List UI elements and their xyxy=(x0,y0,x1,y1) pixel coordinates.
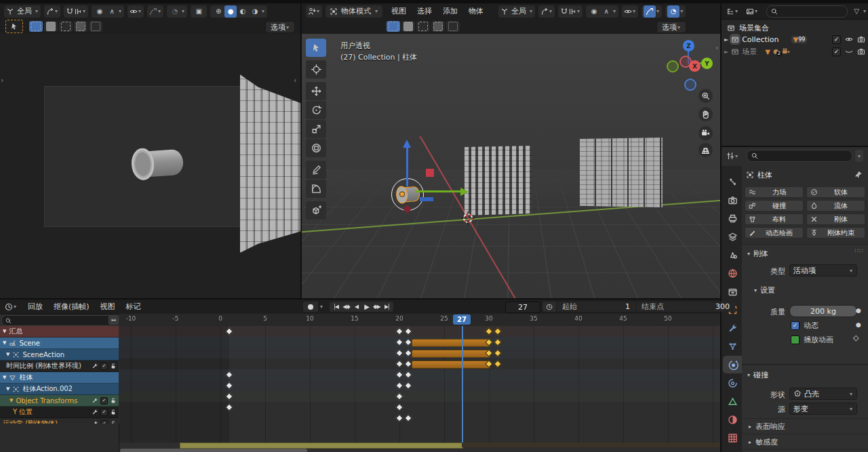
editor-type-dropdown[interactable]: ▾ xyxy=(724,5,741,18)
play-button[interactable]: ▶ xyxy=(361,302,372,312)
channel-row[interactable]: ▼柱体 xyxy=(0,372,119,384)
settings-subsection-header[interactable]: ▾设置 xyxy=(754,285,775,295)
snap-target-dropdown[interactable]: ▾ xyxy=(558,5,583,18)
selected-key-range-bar[interactable] xyxy=(412,350,490,358)
collapsed-section-0[interactable]: ▸表面响应 xyxy=(742,418,868,434)
select-box-tool[interactable] xyxy=(306,39,326,57)
gizmo-sphere-dropdown[interactable]: ◔ ▾ xyxy=(167,5,187,18)
outliner-row-collection[interactable]: ► Collection ▼ 99 ✓ xyxy=(722,33,868,45)
viewport-menu-item[interactable]: 选择 xyxy=(412,6,437,16)
rotate-tool[interactable] xyxy=(306,101,326,119)
timeline-menu-item[interactable]: 抠像(插帧) xyxy=(48,302,95,312)
auto-key-dropdown[interactable]: ▾ xyxy=(319,304,323,310)
nav-axis-x[interactable]: X xyxy=(689,60,701,72)
tab-particles[interactable] xyxy=(723,337,742,355)
options-button[interactable]: 选项 ▾ xyxy=(265,21,295,33)
editor-type-dropdown[interactable]: ▾ xyxy=(724,150,741,162)
collection-checkbox[interactable]: ✓ xyxy=(832,35,841,44)
add-cube-tool[interactable] xyxy=(306,201,326,220)
expander-icon[interactable]: ▼ xyxy=(3,340,6,346)
physics-button-removex[interactable]: 刚体 xyxy=(806,213,865,225)
gizmo-plane-handle-red[interactable] xyxy=(426,169,434,177)
select-mode-intersect[interactable] xyxy=(446,21,460,32)
timeline-menu-item[interactable]: 标记 xyxy=(121,302,146,312)
playhead-badge[interactable]: 27 xyxy=(453,314,471,325)
collision-source-dropdown[interactable]: 形变▾ xyxy=(789,403,857,415)
selected-key-range-bar[interactable] xyxy=(412,339,490,347)
channel-row[interactable]: ▼Object Transforms✓ xyxy=(0,395,119,407)
expander-icon[interactable]: ▼ xyxy=(6,352,9,357)
expander-icon[interactable]: ▼ xyxy=(9,398,13,403)
grip-dots-icon[interactable]: ∷∷ xyxy=(855,247,864,254)
keyframe-diamond-icon[interactable]: ◇ xyxy=(853,333,859,342)
select-mode-intersect[interactable] xyxy=(89,21,102,32)
viewport-menu-item[interactable]: 添加 xyxy=(437,6,463,16)
physics-button-constraintpin[interactable]: 刚体约束 xyxy=(806,227,865,239)
expander-icon[interactable]: ▼ xyxy=(3,329,6,334)
cube-wall-columns[interactable] xyxy=(465,146,532,215)
channel-row[interactable]: ▼SceneAction xyxy=(0,349,119,361)
collision-shape-dropdown[interactable]: 凸壳 ▾ xyxy=(789,388,857,400)
nav-axis-z[interactable]: Z xyxy=(683,40,694,52)
tab-constraints[interactable] xyxy=(723,374,742,392)
next-keyframe-button[interactable]: ◆▶ xyxy=(372,302,382,312)
rigid-body-section-header[interactable]: ▾刚体 xyxy=(747,249,768,259)
wrench-icon[interactable] xyxy=(92,363,98,369)
outliner-search-input[interactable] xyxy=(766,5,848,18)
proportional-editing-group[interactable]: ◉ ∧ ▾ xyxy=(586,5,618,18)
cube-wall[interactable] xyxy=(240,75,300,253)
overlays-button[interactable]: ▣ xyxy=(191,5,207,18)
channel-row[interactable]: ▼Scene xyxy=(0,337,119,349)
annotate-tool[interactable] xyxy=(306,161,326,179)
move-tool[interactable] xyxy=(306,82,326,100)
select-mode-invert[interactable] xyxy=(74,21,87,32)
viewport-menu-item[interactable]: 物体 xyxy=(463,6,489,16)
selected-key-range-bar[interactable] xyxy=(412,361,490,369)
animate-dot[interactable]: ● xyxy=(856,321,861,328)
physics-button-forcefield[interactable]: 力场 xyxy=(745,186,804,198)
scale-tool[interactable] xyxy=(306,120,326,138)
select-mode-extend[interactable] xyxy=(401,21,415,32)
timeline-menu-item[interactable]: 回放 xyxy=(22,302,48,312)
physics-button-softbody[interactable]: 软体 xyxy=(806,186,865,198)
eye-icon[interactable] xyxy=(845,35,853,43)
auto-key-button[interactable] xyxy=(303,302,318,312)
active-tool-button[interactable] xyxy=(5,20,23,33)
tab-modifiers[interactable] xyxy=(723,319,742,337)
tab-physics[interactable] xyxy=(723,356,743,373)
keyframe[interactable] xyxy=(395,360,403,367)
horizontal-scrollbar[interactable] xyxy=(120,449,307,452)
snap-target-dropdown[interactable]: ▾ xyxy=(64,5,88,18)
transform-orientation-dropdown[interactable]: 全局 ▾ xyxy=(4,5,41,18)
play-reverse-button[interactable]: ◀ xyxy=(351,302,361,312)
lock-icon[interactable] xyxy=(110,363,117,369)
outliner-row-scene[interactable]: ► 场景 ▼ ⚈2 ✓ xyxy=(722,45,868,58)
collapsed-section-2[interactable]: ▸集合 xyxy=(742,449,868,452)
keyframe[interactable] xyxy=(405,360,412,367)
channel-enable-checkbox[interactable]: ✓ xyxy=(100,363,108,370)
keyframe-area[interactable] xyxy=(119,326,720,443)
collection-filter-badge[interactable]: ▼ 99 xyxy=(791,36,808,43)
cube-wall-bricks[interactable] xyxy=(580,138,663,209)
solid-shading-icon[interactable]: ● xyxy=(224,5,237,18)
select-mode-tweak[interactable] xyxy=(29,21,43,32)
gizmo-y-arrow[interactable] xyxy=(415,190,461,192)
zoom-button[interactable] xyxy=(698,89,713,103)
pan-button[interactable] xyxy=(698,107,713,121)
gizmo-z-arrow[interactable] xyxy=(406,147,408,186)
filter-icon[interactable]: ▽ xyxy=(850,5,863,18)
timeline-ruler[interactable]: -10-505101520253035404550 xyxy=(119,314,720,327)
transform-tool[interactable] xyxy=(306,139,326,157)
keyframe[interactable] xyxy=(395,414,403,422)
cylinder-object[interactable] xyxy=(127,140,191,185)
filter-dropdown[interactable]: ▾ xyxy=(855,150,863,162)
mass-slider[interactable]: 200 kg xyxy=(789,305,857,317)
transform-orientation-dropdown[interactable]: 全局 ▾ xyxy=(498,5,535,18)
channel-enable-checkbox[interactable]: ✓ xyxy=(100,397,108,405)
tab-material[interactable] xyxy=(723,411,742,428)
expander-icon[interactable]: ▼ xyxy=(6,386,9,392)
lock-icon[interactable] xyxy=(110,409,117,415)
animate-dot[interactable]: ● xyxy=(856,307,861,314)
shading-mode-group[interactable]: ⊕ ● ◐ ◑ ▾ xyxy=(210,5,267,18)
playhead-line[interactable] xyxy=(462,326,463,448)
